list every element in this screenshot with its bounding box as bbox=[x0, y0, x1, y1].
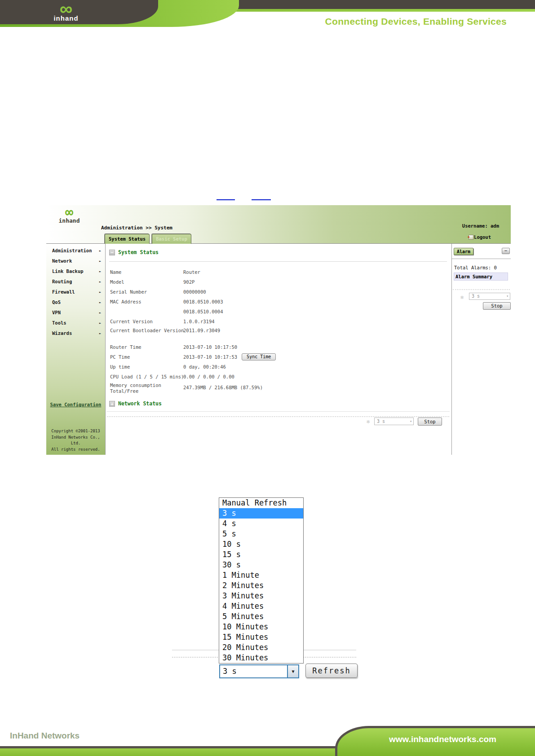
option-1-minute[interactable]: 1 Minute bbox=[219, 570, 303, 580]
network-status-title: Network Status bbox=[118, 400, 162, 407]
refresh-interval-select[interactable]: 3 s ▾ bbox=[374, 418, 414, 425]
option-manual-refresh[interactable]: Manual Refresh bbox=[219, 498, 303, 508]
save-configuration-link[interactable]: Save Configuration bbox=[46, 402, 105, 407]
option-2-minutes[interactable]: 2 Minutes bbox=[219, 580, 303, 591]
option-15-minutes[interactable]: 15 Minutes bbox=[219, 632, 303, 642]
table-row: CPU Load (1 / 5 / 15 mins) 0.00 / 0.00 /… bbox=[110, 372, 442, 382]
admin-inhand-logo: ∞ inhand bbox=[53, 206, 85, 224]
infinity-logo-icon: ∞ bbox=[53, 206, 85, 219]
menu-arrow-icon: ► bbox=[99, 298, 101, 308]
option-4s[interactable]: 4 s bbox=[219, 519, 303, 529]
system-status-panel: − System Status Name Router Model 902P S… bbox=[106, 244, 451, 455]
option-20-minutes[interactable]: 20 Minutes bbox=[219, 642, 303, 653]
table-row: Memory consumption Total/Free 247.39MB /… bbox=[110, 382, 442, 395]
spinner-icon: ✻ bbox=[367, 418, 370, 425]
router-admin-screenshot: ∞ inhand Administration >> System System… bbox=[46, 205, 511, 455]
option-5-minutes[interactable]: 5 Minutes bbox=[219, 611, 303, 622]
sidebar-item-link-backup[interactable]: Link Backup► bbox=[46, 266, 105, 277]
menu-arrow-icon: ► bbox=[99, 267, 101, 277]
option-15s[interactable]: 15 s bbox=[219, 549, 303, 560]
doc-link-underline-2[interactable] bbox=[252, 199, 271, 200]
menu-arrow-icon: ► bbox=[99, 318, 101, 329]
option-3-minutes[interactable]: 3 Minutes bbox=[219, 591, 303, 601]
menu-arrow-icon: ► bbox=[99, 329, 101, 339]
sidebar-item-vpn[interactable]: VPN► bbox=[46, 308, 105, 318]
sidebar-item-routing[interactable]: Routing► bbox=[46, 277, 105, 287]
username-label: Username: adm bbox=[462, 223, 499, 229]
table-row: 0018.0510.0004 bbox=[110, 307, 442, 316]
admin-header-band: ∞ inhand Administration >> System System… bbox=[46, 205, 511, 244]
menu-arrow-icon: ► bbox=[99, 287, 101, 298]
alarm-dotted-divider bbox=[453, 289, 510, 290]
sidebar-item-network[interactable]: Network► bbox=[46, 256, 105, 266]
option-10s[interactable]: 10 s bbox=[219, 539, 303, 549]
dropdown-arrow-button[interactable]: ▼ bbox=[287, 665, 298, 677]
refresh-interval-dropdown[interactable]: 3 s ▼ bbox=[219, 664, 299, 678]
sidebar-item-tools[interactable]: Tools► bbox=[46, 318, 105, 328]
page-header: ∞ inhand Connecting Devices, Enabling Se… bbox=[0, 0, 535, 36]
tab-system-status[interactable]: System Status bbox=[105, 234, 150, 244]
expand-icon[interactable]: + bbox=[109, 401, 115, 407]
alarm-tab[interactable]: Alarm bbox=[454, 248, 473, 255]
footer-website: www.inhandnetworks.com bbox=[389, 734, 496, 744]
inhand-logo: ∞ inhand bbox=[41, 1, 91, 22]
sidebar-item-qos[interactable]: QoS► bbox=[46, 297, 105, 308]
refresh-button[interactable]: Refresh bbox=[305, 664, 358, 678]
table-row: PC Time 2013-07-10 10:17:53 Sync Time bbox=[110, 352, 442, 362]
table-row: Router Time 2013-07-10 10:17:50 bbox=[110, 342, 442, 352]
chevron-down-icon: ▾ bbox=[410, 418, 412, 425]
option-10-minutes[interactable]: 10 Minutes bbox=[219, 622, 303, 632]
logo-text: inhand bbox=[41, 14, 91, 22]
menu-arrow-icon: ► bbox=[99, 256, 101, 267]
table-row: Serial Number 00000000 bbox=[110, 287, 442, 297]
logout-label: Logout bbox=[474, 234, 491, 240]
minimize-button[interactable]: — bbox=[502, 248, 510, 254]
doc-link-underline-1[interactable] bbox=[217, 199, 235, 200]
system-status-table: Name Router Model 902P Serial Number 000… bbox=[110, 267, 442, 395]
chevron-down-icon: ▼ bbox=[292, 669, 294, 674]
alarm-refresh-interval-select[interactable]: 3 s ▾ bbox=[469, 293, 510, 300]
admin-sidebar: Administration► Network► Link Backup► Ro… bbox=[46, 244, 106, 455]
system-status-section-header: − System Status bbox=[109, 249, 159, 255]
total-alarms-label: Total Alarms: 0 bbox=[454, 265, 497, 270]
infinity-logo-icon: ∞ bbox=[41, 1, 91, 16]
sidebar-item-firewall[interactable]: Firewall► bbox=[46, 287, 105, 297]
stop-button[interactable]: Stop bbox=[418, 418, 442, 426]
alarm-stop-button[interactable]: Stop bbox=[483, 302, 511, 310]
admin-logo-text: inhand bbox=[53, 217, 85, 224]
section-divider bbox=[109, 261, 447, 262]
option-3s-selected[interactable]: 3 s bbox=[219, 508, 303, 519]
logout-button[interactable]: ◄ Logout bbox=[469, 234, 491, 240]
system-status-title: System Status bbox=[118, 249, 159, 255]
option-30-minutes[interactable]: 30 Minutes bbox=[219, 653, 303, 663]
table-row: Name Router bbox=[110, 267, 442, 277]
network-status-section-header: + Network Status bbox=[109, 400, 162, 407]
sidebar-item-administration[interactable]: Administration► bbox=[46, 246, 105, 256]
spinner-icon: ✻ bbox=[460, 294, 464, 300]
tab-bar: System Status Basic Setup bbox=[105, 234, 191, 244]
table-row: Current Bootloader Version 2011.09.r3049 bbox=[110, 326, 442, 335]
sync-time-button[interactable]: Sync Time bbox=[242, 353, 276, 360]
row-spacer bbox=[110, 335, 442, 342]
tab-basic-setup[interactable]: Basic Setup bbox=[152, 234, 191, 244]
sidebar-item-wizards[interactable]: Wizards► bbox=[46, 328, 105, 338]
option-5s[interactable]: 5 s bbox=[219, 529, 303, 539]
manual-page: ∞ inhand Connecting Devices, Enabling Se… bbox=[0, 0, 535, 756]
table-row: Current Version 1.0.0.r3194 bbox=[110, 316, 442, 326]
option-4-minutes[interactable]: 4 Minutes bbox=[219, 601, 303, 611]
menu-arrow-icon: ► bbox=[99, 277, 101, 287]
footer-dark-line bbox=[0, 746, 336, 748]
footer-company-name: InHand Networks bbox=[10, 731, 80, 741]
breadcrumb: Administration >> System bbox=[101, 225, 172, 231]
logout-door-icon: ◄ bbox=[469, 235, 473, 240]
alarm-summary-row[interactable]: Alarm Summary bbox=[454, 273, 508, 281]
alarm-panel: Alarm — Total Alarms: 0 Alarm Summary ✻ … bbox=[451, 244, 511, 455]
collapse-icon[interactable]: − bbox=[109, 250, 115, 255]
bottom-dotted-divider bbox=[107, 416, 449, 417]
alarm-divider bbox=[452, 259, 511, 259]
copyright-notice: Copyright ©2001-2013 InHand Networks Co.… bbox=[46, 428, 105, 453]
option-30s[interactable]: 30 s bbox=[219, 560, 303, 570]
menu-arrow-icon: ► bbox=[99, 308, 101, 318]
table-row: Model 902P bbox=[110, 277, 442, 287]
refresh-interval-listbox: Manual Refresh 3 s 4 s 5 s 10 s 15 s 30 … bbox=[219, 497, 304, 664]
